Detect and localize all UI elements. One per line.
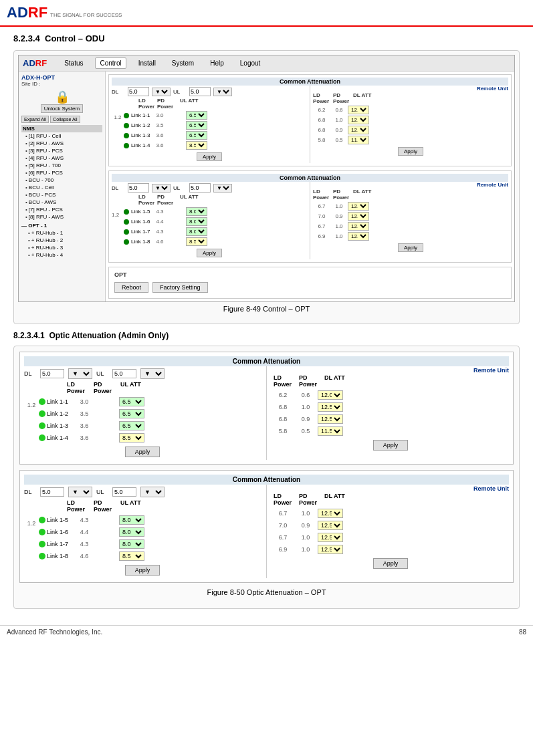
big-dl-input[interactable] (40, 369, 64, 378)
list-item[interactable]: [7] RFU - PCS (21, 206, 102, 213)
list-item[interactable]: BCU - PCS (21, 191, 102, 199)
nav-install[interactable]: Install (134, 58, 160, 68)
dl-att-select[interactable]: 12.5 (318, 545, 343, 554)
ld-power-val: 3.5 (151, 122, 169, 128)
list-item[interactable]: [1] RFU - Cell (21, 132, 102, 140)
table-row: 6.9 1.0 12.5 (313, 231, 508, 241)
dl-select-2[interactable]: ▼ (152, 184, 171, 193)
ul-input[interactable] (189, 87, 211, 96)
dl-att-select[interactable]: 12.0 (318, 390, 343, 400)
ul-select[interactable]: ▼ (213, 88, 232, 96)
list-item[interactable]: + RU-Hub - 4 (21, 251, 102, 259)
nav-status[interactable]: Status (60, 58, 87, 68)
ul-att-select[interactable]: 8.0 (186, 217, 207, 226)
dl-att-select[interactable]: 12.5 (348, 116, 369, 124)
expand-all-button[interactable]: Expand All (21, 116, 49, 123)
big-dl-select[interactable]: ▼ (68, 368, 92, 379)
link-name: Link 1-1 (131, 112, 151, 118)
list-item[interactable]: BCU - AWS (21, 199, 102, 206)
list-item[interactable]: [5] RFU - 700 (21, 162, 102, 169)
big-att-dl-ul-row-2: DL ▼ UL ▼ (24, 485, 261, 499)
dl-att-select[interactable]: 12.5 (318, 414, 343, 424)
ul-att-select[interactable]: 6.5 (186, 121, 207, 130)
list-item[interactable]: + RU-Hub - 2 (21, 237, 102, 244)
panel2-remote-apply-button[interactable]: Apply (398, 243, 423, 252)
dl-att-select[interactable]: 11.5 (318, 426, 343, 436)
dl-att-select[interactable]: 12.5 (318, 533, 343, 542)
list-item[interactable]: [8] RFU - AWS (21, 213, 102, 221)
ul-att-select[interactable]: 6.5 (119, 397, 144, 406)
panel1-apply-button[interactable]: Apply (197, 152, 222, 161)
nav-logout[interactable]: Logout (236, 58, 265, 68)
ul-input-2[interactable] (189, 183, 211, 193)
panel2-apply-button[interactable]: Apply (197, 249, 222, 257)
big-ul-select[interactable]: ▼ (140, 368, 165, 379)
dl-att-select[interactable]: 12.5 (318, 509, 343, 518)
panel-section-2: Common Attenuation DL ▼ UL ▼ (108, 170, 512, 263)
dl-att-select[interactable]: 12.5 (318, 402, 343, 412)
ul-att-select[interactable]: 8.0 (186, 227, 207, 236)
dl-att-select[interactable]: 12.5 (318, 521, 343, 530)
big-dl-input-2[interactable] (40, 487, 64, 497)
dl-att-select[interactable]: 12.5 (348, 232, 369, 241)
link-status-dot (39, 434, 45, 441)
nav-system[interactable]: System (168, 58, 198, 68)
r-pd-val: 1.0 (295, 404, 316, 410)
dl-select[interactable]: ▼ (152, 88, 171, 96)
ul-att-select[interactable]: 8.5 (186, 237, 207, 246)
ul-att-select[interactable]: 6.5 (119, 421, 144, 430)
dl-att-select[interactable]: 11.5 (348, 136, 369, 144)
ul-att-select[interactable]: 8.0 (119, 527, 144, 537)
ul-select-2[interactable]: ▼ (213, 184, 232, 193)
ul-att-select[interactable]: 8.5 (119, 433, 144, 443)
big-panel2-remote-apply-button[interactable]: Apply (373, 558, 409, 569)
ul-att-select[interactable]: 8.0 (186, 207, 207, 216)
unlock-button[interactable]: Unlock System (41, 104, 83, 113)
dl-input-2[interactable] (128, 183, 149, 193)
reboot-button[interactable]: Reboot (114, 282, 148, 293)
list-item[interactable]: [6] RFU - PCS (21, 169, 102, 176)
panel1-remote-apply-button[interactable]: Apply (398, 147, 423, 156)
list-item[interactable]: BCU - 700 (21, 176, 102, 184)
link-status-dot (124, 209, 129, 215)
big-ul-select-2[interactable]: ▼ (140, 487, 165, 497)
dl-att-select[interactable]: 12.5 (348, 222, 369, 231)
big-ul-input[interactable] (112, 369, 136, 378)
list-item[interactable]: + RU-Hub - 1 (21, 229, 102, 237)
ul-att-select[interactable]: 6.5 (119, 409, 144, 418)
dl-att-select[interactable]: 12.5 (348, 202, 369, 211)
big-panel1-remote-apply-button[interactable]: Apply (373, 440, 409, 451)
control-panel: Common Attenuation DL ▼ UL ▼ (106, 72, 514, 301)
big-att-dl-ul-row: DL ▼ UL ▼ (24, 366, 261, 381)
list-item[interactable]: [4] RFU - AWS (21, 154, 102, 162)
nav-control[interactable]: Control (95, 57, 126, 69)
dl-att-select[interactable]: 12.0 (348, 106, 369, 114)
ul-att-select[interactable]: 8.0 (119, 539, 144, 549)
ul-att-select[interactable]: 8.0 (119, 515, 144, 525)
big-ul-input-2[interactable] (112, 487, 136, 497)
ul-att-select[interactable]: 8.5 (186, 141, 207, 150)
ul-att-select[interactable]: 6.5 (186, 111, 207, 120)
nav-help[interactable]: Help (206, 58, 228, 68)
dl-input[interactable] (128, 87, 149, 96)
factory-setting-button[interactable]: Factory Setting (152, 282, 208, 293)
big-ul-label: UL (96, 370, 108, 377)
dl-label: DL (112, 89, 125, 95)
big-panel1-apply-button[interactable]: Apply (125, 447, 161, 457)
r-ld-val: 6.2 (272, 392, 294, 398)
ld-power-val: 4.3 (151, 229, 169, 235)
ul-att-select[interactable]: 8.5 (119, 551, 144, 561)
dl-att-select[interactable]: 12.5 (348, 126, 369, 134)
list-item[interactable]: [2] RFU - AWS (21, 140, 102, 147)
big-links-group-1: 1.2 Link 1-1 3.0 6.5 (24, 396, 261, 444)
list-item[interactable]: [3] RFU - PCS (21, 147, 102, 154)
collapse-all-button[interactable]: Collapse All (50, 116, 80, 123)
list-item[interactable]: + RU-Hub - 3 (21, 244, 102, 251)
panel1-links-group: 1.2 Link 1-1 3.0 6.5 (112, 110, 307, 150)
ul-att-select[interactable]: 6.5 (186, 131, 207, 140)
r-ld-val: 6.7 (272, 510, 294, 517)
big-panel2-apply-button[interactable]: Apply (125, 565, 161, 576)
big-dl-select-2[interactable]: ▼ (68, 487, 92, 497)
list-item[interactable]: BCU - Cell (21, 184, 102, 191)
dl-att-select[interactable]: 12.5 (348, 212, 369, 221)
